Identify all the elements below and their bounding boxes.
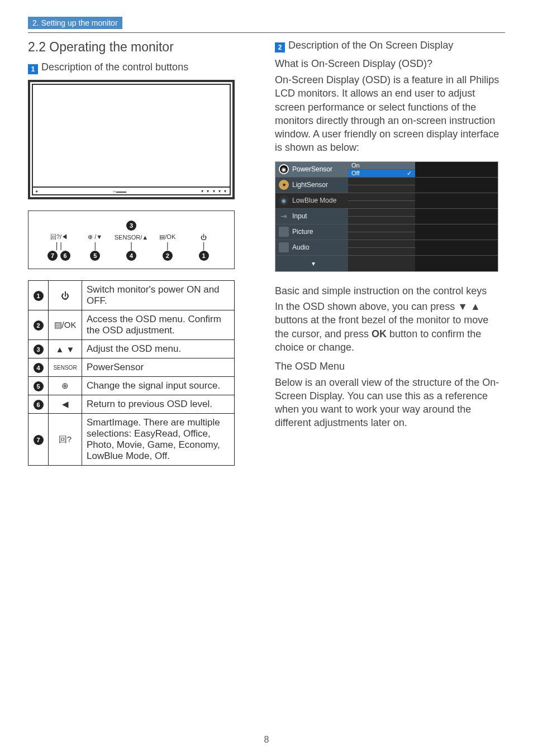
row-desc: PowerSensor: [82, 358, 235, 377]
callout-label: SENSOR/▲: [113, 234, 150, 241]
row-desc: Adjust the OSD menu.: [82, 340, 235, 358]
osd-item-label: Audio: [292, 243, 310, 251]
picture-icon: [279, 227, 289, 237]
osd-item-powersensor: ◉PowerSensor: [275, 162, 348, 177]
osd-item-input: ⇥Input: [275, 209, 348, 224]
table-row: 2▤/OKAccess the OSD menu. Confirm the OS…: [28, 310, 235, 340]
chevron-down-icon: ▾: [312, 260, 315, 267]
osd-menu-paragraph: Below is an overall view of the structur…: [275, 376, 505, 430]
osd-intro-paragraph: On-Screen Display (OSD) is a feature in …: [275, 73, 505, 155]
osd-menu-heading: The OSD Menu: [275, 360, 505, 373]
numbox-1: 1: [28, 64, 38, 74]
callout-num: 4: [126, 251, 136, 261]
row-desc: Access the OSD menu. Confirm the OSD adj…: [82, 310, 235, 340]
callout-num: 7: [47, 251, 58, 261]
subheading-1: 1Description of the control buttons: [28, 61, 258, 74]
row-desc: Return to previous OSD level.: [82, 395, 235, 414]
osd-item-audio: Audio: [275, 240, 348, 255]
right-column: 2Description of the On Screen Display Wh…: [275, 40, 505, 466]
row-icon: ▤/OK: [49, 310, 82, 340]
callout-label: ▤/OK: [149, 233, 185, 241]
osd-item-lowblue: ◉LowBlue Mode: [275, 193, 348, 208]
rule: [28, 32, 505, 33]
row-num: 5: [34, 381, 44, 391]
subheading-2-text: Description of the On Screen Display: [288, 40, 453, 51]
button-description-table: 1⏻Switch monitor's power ON and OFF. 2▤/…: [28, 280, 235, 466]
callout-num: 2: [163, 251, 173, 261]
osd-question: What is On-Screen Display (OSD)?: [275, 58, 505, 70]
bulb-icon: ✦: [279, 180, 289, 190]
callout-num: 1: [199, 251, 209, 261]
osd-item-label: PowerSensor: [292, 165, 332, 173]
monitor-logo-center: ▭▬▬▬: [113, 189, 126, 193]
row-num: 2: [34, 320, 44, 331]
osd-item-lightsensor: ✦LightSensor: [275, 178, 348, 193]
chapter-header: 2. Setting up the monitor: [28, 17, 122, 29]
table-row: 7回?SmartImage. There are multiple select…: [28, 414, 235, 466]
subheading-2: 2Description of the On Screen Display: [275, 40, 505, 52]
osd-item-picture: Picture: [275, 224, 348, 240]
row-icon: ▲ ▼: [49, 340, 82, 358]
osd-item-label: Input: [292, 212, 307, 220]
table-row: 4SENSORPowerSensor: [28, 358, 235, 377]
callout-num: 5: [90, 251, 100, 261]
eye-icon: ◉: [279, 195, 289, 205]
callout-num: 6: [60, 251, 70, 261]
row-icon: 回?: [49, 414, 82, 466]
check-icon: ✓: [407, 170, 412, 177]
row-num: 1: [34, 291, 44, 301]
osd-item-more: ▾: [275, 256, 348, 271]
callout-label: ⊕ /▼: [77, 233, 113, 241]
subheading-1-text: Description of the control buttons: [41, 61, 188, 73]
row-icon: ⊕: [49, 377, 82, 395]
callout-top-num: 3: [126, 221, 136, 231]
callout-label: ⏻: [185, 234, 222, 241]
row-num: 4: [34, 363, 44, 373]
monitor-logo-left: ❖: [35, 189, 38, 193]
osd-screenshot: ◉PowerSensor On Off✓ ✦LightSensor ◉LowBl…: [275, 161, 498, 272]
osd-item-label: LightSensor: [292, 181, 328, 189]
osd-option-on: On: [348, 162, 415, 170]
monitor-illustration: ❖ ▭▬▬▬ ▾ ▾ ▾ ▾ ▾: [28, 80, 235, 199]
row-icon: ⏻: [49, 281, 82, 310]
table-row: 1⏻Switch monitor's power ON and OFF.: [28, 281, 235, 310]
row-num: 3: [34, 344, 44, 355]
row-desc: Switch monitor's power ON and OFF.: [82, 281, 235, 310]
instruction-heading: Basic and simple instruction on the cont…: [275, 284, 505, 298]
row-desc: Change the signal input source.: [82, 377, 235, 395]
row-num: 6: [34, 400, 44, 410]
input-icon: ⇥: [279, 211, 289, 221]
monitor-buttons-row: ▾ ▾ ▾ ▾ ▾: [201, 189, 227, 194]
page-number: 8: [0, 735, 533, 745]
osd-option-off: Off✓: [348, 170, 415, 177]
numbox-2: 2: [275, 42, 285, 52]
row-num: 7: [34, 435, 44, 445]
powersensor-icon: ◉: [279, 164, 289, 174]
table-row: 3▲ ▼Adjust the OSD menu.: [28, 340, 235, 358]
section-title: 2.2 Operating the monitor: [28, 40, 258, 55]
left-column: 2.2 Operating the monitor 1Description o…: [28, 40, 258, 466]
row-icon: ◀: [49, 395, 82, 414]
callout-label: 回⁠?/◀: [41, 233, 77, 241]
instruction-paragraph: In the OSD shown above, you can press ▼ …: [275, 300, 505, 354]
table-row: 6◀Return to previous OSD level.: [28, 395, 235, 414]
row-desc: SmartImage. There are multiple selection…: [82, 414, 235, 466]
osd-item-label: LowBlue Mode: [292, 197, 336, 204]
row-icon: SENSOR: [49, 358, 82, 377]
audio-icon: [279, 242, 289, 252]
osd-item-label: Picture: [292, 228, 313, 236]
button-callout-diagram: 3 回⁠?/◀ ⊕ /▼ SENSOR/▲ ▤/OK ⏻ | ||||| 7 6…: [28, 210, 235, 269]
table-row: 5⊕Change the signal input source.: [28, 377, 235, 395]
